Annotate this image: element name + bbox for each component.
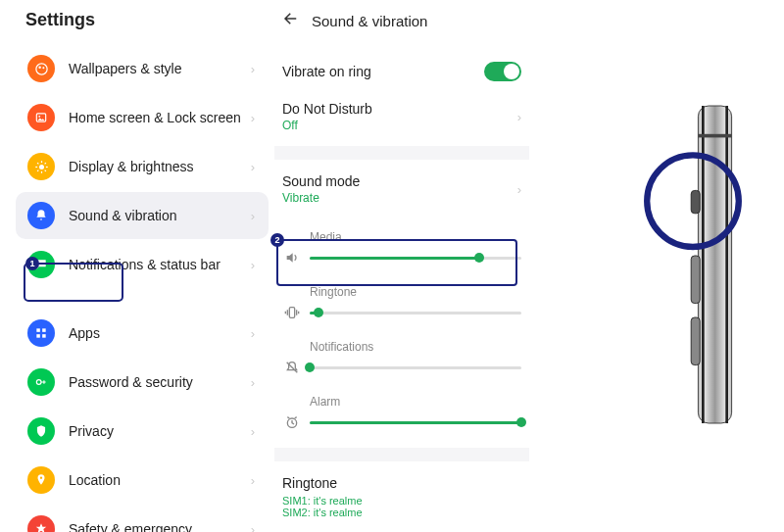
settings-item-homescreen[interactable]: Home screen & Lock screen › — [16, 94, 269, 141]
media-slider[interactable] — [310, 257, 521, 260]
chevron-right-icon: › — [517, 110, 521, 124]
bell-off-icon — [282, 358, 302, 377]
chevron-right-icon: › — [251, 326, 255, 341]
vibrate-icon — [282, 303, 302, 322]
back-button[interactable] — [282, 10, 300, 32]
settings-item-label: Safety & emergency — [69, 521, 251, 532]
svg-rect-30 — [691, 256, 700, 304]
chevron-right-icon: › — [251, 209, 255, 223]
settings-item-label: Display & brightness — [69, 159, 251, 174]
settings-item-notifications[interactable]: Notifications & status bar › — [16, 241, 269, 288]
settings-item-label: Home screen & Lock screen — [69, 110, 251, 125]
ringtone-slider-label: Ringtone — [274, 279, 529, 299]
settings-item-label: Location — [69, 472, 251, 488]
vibrate-on-ring-row[interactable]: Vibrate on ring — [274, 52, 529, 91]
chevron-right-icon: › — [517, 182, 521, 197]
ringtone-slider-row — [274, 299, 529, 334]
vibrate-on-ring-toggle[interactable] — [484, 62, 521, 81]
settings-item-label: Privacy — [69, 423, 251, 439]
chevron-right-icon: › — [251, 473, 255, 488]
svg-rect-29 — [691, 190, 700, 213]
svg-rect-16 — [36, 334, 40, 338]
pin-icon — [27, 466, 55, 494]
ringtone-slider[interactable] — [310, 312, 521, 314]
chevron-right-icon: › — [251, 111, 255, 125]
svg-rect-14 — [36, 328, 40, 332]
sound-mode-label: Sound mode — [282, 173, 517, 189]
settings-title: Settings — [10, 0, 274, 44]
dnd-row[interactable]: Do Not Disturb Off › — [274, 91, 529, 142]
paint-icon — [27, 55, 55, 82]
grid-icon — [27, 319, 55, 347]
svg-point-1 — [38, 66, 41, 69]
settings-item-label: Sound & vibration — [69, 208, 251, 223]
svg-rect-28 — [698, 134, 731, 138]
notifications-slider[interactable] — [310, 366, 521, 369]
chevron-right-icon: › — [251, 62, 255, 76]
phone-hardware-image — [568, 78, 764, 451]
chat-icon — [27, 251, 55, 278]
notifications-slider-row — [274, 354, 529, 389]
svg-point-2 — [42, 67, 44, 69]
dnd-label: Do Not Disturb — [282, 101, 517, 117]
star-icon — [27, 515, 55, 532]
ringtone-row[interactable]: Ringtone SIM1: it's realme SIM2: it's re… — [274, 465, 529, 522]
sound-header: Sound & vibration — [274, 0, 529, 52]
settings-item-label: Wallpapers & style — [69, 61, 251, 76]
chevron-right-icon: › — [251, 160, 255, 174]
ringtone-sim2: SIM2: it's realme — [282, 507, 521, 518]
sound-title: Sound & vibration — [312, 13, 427, 29]
settings-item-password[interactable]: Password & security › — [16, 359, 269, 406]
media-slider-row — [274, 244, 529, 279]
shield-icon — [27, 417, 55, 445]
svg-line-11 — [44, 169, 45, 170]
sound-panel: Sound & vibration Vibrate on ring Do Not… — [274, 0, 529, 532]
image-icon — [27, 104, 55, 131]
divider — [274, 448, 529, 461]
chevron-right-icon: › — [251, 522, 255, 533]
sound-mode-row[interactable]: Sound mode Vibrate › — [274, 164, 529, 215]
svg-rect-31 — [691, 317, 700, 365]
divider — [274, 146, 529, 160]
dnd-status: Off — [282, 119, 517, 132]
svg-line-12 — [37, 169, 38, 170]
svg-rect-27 — [725, 106, 728, 423]
settings-item-location[interactable]: Location › — [16, 457, 269, 504]
volume-icon — [282, 248, 302, 267]
ringtone-section-title: Ringtone — [282, 475, 521, 495]
alarm-icon — [282, 412, 302, 432]
ringtone-sim1: SIM1: it's realme — [282, 495, 521, 507]
settings-item-label: Apps — [69, 325, 251, 341]
svg-rect-15 — [42, 328, 46, 332]
svg-point-5 — [39, 165, 44, 169]
notifications-slider-label: Notifications — [274, 334, 529, 354]
svg-line-13 — [44, 163, 45, 164]
settings-list: Wallpapers & style › Home screen & Lock … — [10, 44, 274, 532]
svg-point-4 — [38, 116, 40, 118]
settings-item-label: Password & security — [69, 374, 251, 390]
alarm-slider[interactable] — [310, 421, 521, 424]
settings-item-apps[interactable]: Apps › — [16, 310, 269, 357]
sound-mode-status: Vibrate — [282, 191, 517, 205]
svg-rect-22 — [289, 308, 294, 318]
media-slider-label: Media — [274, 224, 529, 244]
settings-item-sound[interactable]: Sound & vibration › — [16, 192, 269, 239]
settings-item-safety[interactable]: Safety & emergency › — [16, 506, 269, 532]
svg-line-10 — [37, 163, 38, 164]
svg-rect-17 — [42, 334, 46, 338]
vibrate-on-ring-label: Vibrate on ring — [282, 64, 484, 79]
chevron-right-icon: › — [251, 258, 255, 272]
settings-item-label: Notifications & status bar — [69, 257, 251, 272]
alarm-slider-label: Alarm — [274, 389, 529, 409]
sun-icon — [27, 153, 55, 180]
svg-point-0 — [35, 63, 46, 73]
settings-item-privacy[interactable]: Privacy › — [16, 408, 269, 455]
bell-icon — [27, 202, 55, 229]
settings-panel: Settings Wallpapers & style › Home scree… — [10, 0, 274, 532]
settings-item-wallpapers[interactable]: Wallpapers & style › — [16, 45, 269, 92]
chevron-right-icon: › — [251, 375, 255, 390]
settings-item-display[interactable]: Display & brightness › — [16, 143, 269, 190]
alarm-slider-row — [274, 409, 529, 444]
key-icon — [27, 368, 55, 396]
svg-point-18 — [36, 380, 41, 385]
